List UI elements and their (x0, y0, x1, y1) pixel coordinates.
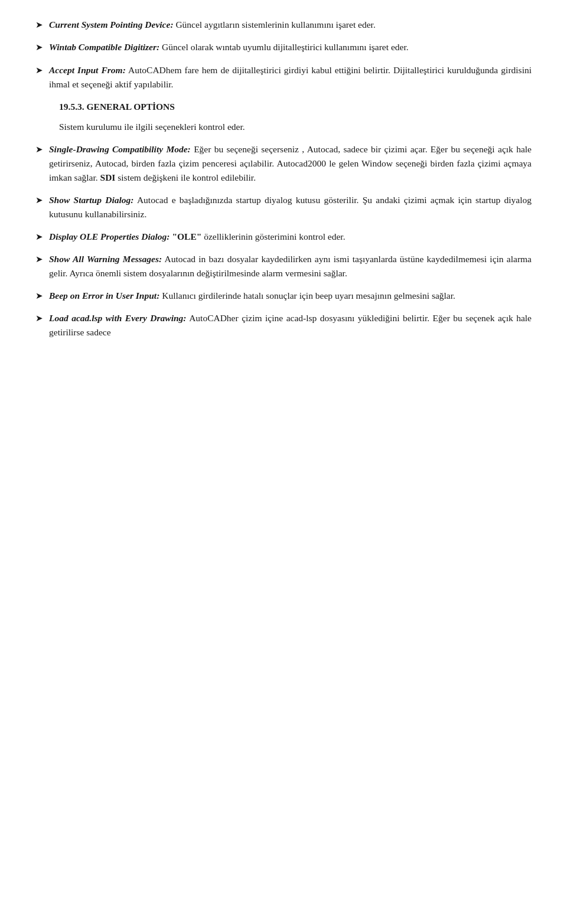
label-accept-input-from: Accept Input From: (49, 65, 126, 75)
bullet-arrow-6: ➤ (35, 230, 43, 244)
label-current-system-pointing-device: Current System Pointing Device: (49, 19, 174, 30)
bullet-content-2: Wintab Compatible Digitizer: Güncel olar… (49, 40, 532, 54)
section-title: GENERAL OPTİONS (87, 102, 175, 112)
bullet-arrow-9: ➤ (35, 312, 43, 325)
label-single-drawing-compatibility-mode: Single-Drawing Compatibility Mode: (49, 144, 191, 154)
label-display-ole-properties-dialog: Display OLE Properties Dialog: (49, 231, 170, 241)
bullet-arrow-7: ➤ (35, 253, 43, 266)
bullet-current-system-pointing-device: ➤ Current System Pointing Device: Güncel… (35, 18, 532, 32)
bullet-content-1: Current System Pointing Device: Güncel a… (49, 18, 532, 32)
bullet-arrow-4: ➤ (35, 143, 43, 156)
bullet-arrow-2: ➤ (35, 41, 43, 54)
label-wintab-compatible-digitizer: Wintab Compatible Digitizer: (49, 42, 159, 52)
bullet-content-5: Show Startup Dialog: Autocad e başladığı… (49, 193, 532, 221)
bullet-content-7: Show All Warning Messages: Autocad in ba… (49, 252, 532, 280)
bullet-display-ole-properties-dialog: ➤ Display OLE Properties Dialog: "OLE" ö… (35, 230, 532, 244)
text-wintab-compatible-digitizer: Güncel olarak wıntab uyumlu dijitalleşti… (162, 42, 409, 52)
section-intro-general-options: Sistem kurulumu ile ilgili seçenekleri k… (59, 120, 532, 134)
label-load-acad-lsp: Load acad.lsp with Every Drawing: (49, 313, 187, 323)
bullet-arrow-1: ➤ (35, 18, 43, 32)
bullet-content-8: Beep on Error in User Input: Kullanıcı g… (49, 289, 532, 303)
bullet-arrow-8: ➤ (35, 289, 43, 303)
bullet-content-4: Single-Drawing Compatibility Mode: Eğer … (49, 142, 532, 185)
bullet-beep-on-error: ➤ Beep on Error in User Input: Kullanıcı… (35, 289, 532, 303)
bullet-arrow-3: ➤ (35, 64, 43, 77)
label-show-all-warning-messages: Show All Warning Messages: (49, 254, 162, 264)
bullet-accept-input-from: ➤ Accept Input From: AutoCADhem fare hem… (35, 63, 532, 92)
section-intro-text: Sistem kurulumu ile ilgili seçenekleri k… (59, 122, 245, 132)
text-display-ole-part2: özelliklerinin gösterimini kontrol eder. (201, 231, 345, 241)
bullet-show-startup-dialog: ➤ Show Startup Dialog: Autocad e başladı… (35, 193, 532, 221)
label-beep-on-error: Beep on Error in User Input: (49, 290, 159, 301)
section-heading-19-5-3: 19.5.3. GENERAL OPTİONS (59, 100, 532, 114)
bullet-arrow-5: ➤ (35, 194, 43, 207)
bullet-content-9: Load acad.lsp with Every Drawing: AutoCA… (49, 311, 532, 339)
text-single-drawing-part2: sistem değişkeni ile kontrol edilebilir. (115, 172, 256, 182)
section-number: 19.5.3. (59, 102, 84, 112)
bullet-content-3: Accept Input From: AutoCADhem fare hem d… (49, 63, 532, 92)
bullet-single-drawing-compatibility-mode: ➤ Single-Drawing Compatibility Mode: Eğe… (35, 142, 532, 185)
main-content: ➤ Current System Pointing Device: Güncel… (35, 18, 532, 339)
text-ole-bold: "OLE" (172, 231, 201, 241)
bullet-wintab-compatible-digitizer: ➤ Wintab Compatible Digitizer: Güncel ol… (35, 40, 532, 54)
text-sdi-bold: SDI (100, 172, 116, 182)
text-current-system-pointing-device: Güncel aygıtların sistemlerinin kullanım… (175, 19, 375, 30)
text-beep-on-error: Kullanıcı girdilerinde hatalı sonuçlar i… (162, 290, 455, 301)
label-show-startup-dialog: Show Startup Dialog: (49, 195, 133, 205)
bullet-load-acad-lsp: ➤ Load acad.lsp with Every Drawing: Auto… (35, 311, 532, 339)
bullet-show-all-warning-messages: ➤ Show All Warning Messages: Autocad in … (35, 252, 532, 280)
bullet-content-6: Display OLE Properties Dialog: "OLE" öze… (49, 230, 532, 244)
